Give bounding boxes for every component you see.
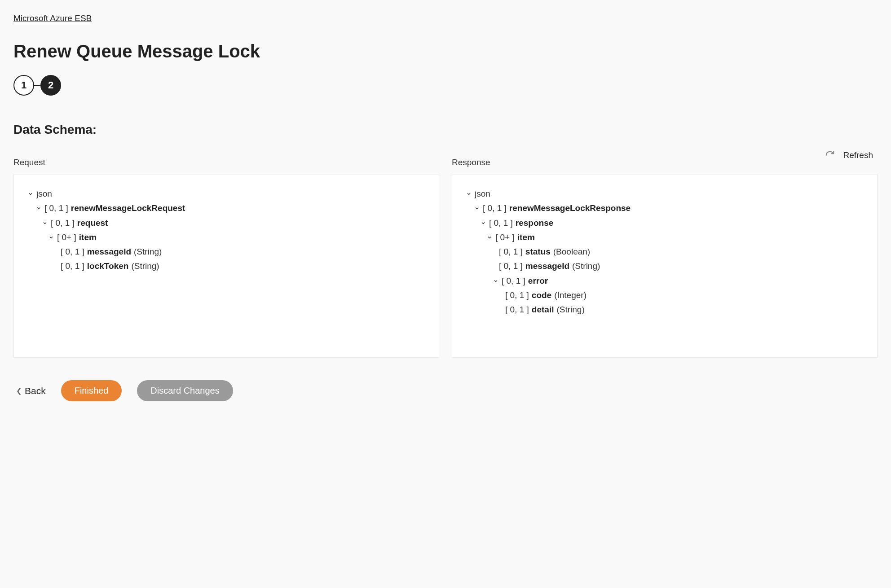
tree-node-request[interactable]: [ 0, 1 ] request: [27, 216, 425, 230]
back-label: Back: [25, 386, 46, 396]
tree-node-item[interactable]: [ 0+ ] item: [27, 230, 425, 245]
chevron-down-icon[interactable]: [48, 230, 54, 245]
finished-button[interactable]: Finished: [61, 380, 122, 401]
tree-node-label: renewMessageLockRequest: [71, 201, 185, 215]
chevron-down-icon[interactable]: [42, 216, 48, 230]
tree-node-label: item: [517, 230, 535, 245]
tree-node-label: messageId: [87, 245, 131, 259]
page-title: Renew Queue Message Lock: [13, 41, 878, 61]
tree-leaf-detail[interactable]: [ 0, 1 ] detail (String): [466, 303, 864, 317]
section-heading: Data Schema:: [13, 123, 878, 137]
request-panel-label: Request: [13, 158, 439, 167]
tree-node-type: (String): [556, 303, 584, 317]
request-panel: json [ 0, 1 ] renewMessageLockRequest [ …: [13, 175, 439, 358]
cardinality: [ 0+ ]: [57, 230, 76, 245]
cardinality: [ 0, 1 ]: [61, 259, 84, 273]
chevron-down-icon[interactable]: [493, 274, 499, 288]
tree-node-type: (Boolean): [553, 245, 590, 259]
cardinality: [ 0, 1 ]: [502, 274, 525, 288]
tree-node-renew-request[interactable]: [ 0, 1 ] renewMessageLockRequest: [27, 201, 425, 215]
tree-leaf-code[interactable]: [ 0, 1 ] code (Integer): [466, 288, 864, 303]
cardinality: [ 0, 1 ]: [489, 216, 513, 230]
chevron-down-icon[interactable]: [486, 230, 493, 245]
chevron-down-icon[interactable]: [35, 201, 42, 215]
tree-node-label: json: [475, 187, 490, 201]
stepper: 1 2: [13, 75, 878, 96]
back-button[interactable]: ❮ Back: [16, 386, 46, 396]
tree-leaf-lockToken[interactable]: [ 0, 1 ] lockToken (String): [27, 259, 425, 273]
chevron-down-icon[interactable]: [466, 187, 472, 201]
tree-node-label: json: [36, 187, 52, 201]
tree-node-type: (String): [134, 245, 162, 259]
cardinality: [ 0, 1 ]: [483, 201, 507, 215]
cardinality: [ 0, 1 ]: [499, 245, 523, 259]
chevron-down-icon[interactable]: [27, 187, 34, 201]
tree-node-json[interactable]: json: [466, 187, 864, 201]
discard-button[interactable]: Discard Changes: [137, 380, 233, 401]
chevron-down-icon[interactable]: [480, 216, 486, 230]
chevron-left-icon: ❮: [16, 387, 22, 395]
response-panel-label: Response: [452, 158, 878, 167]
cardinality: [ 0, 1 ]: [44, 201, 68, 215]
tree-node-label: detail: [532, 303, 554, 317]
tree-node-label: error: [528, 274, 548, 288]
response-panel: json [ 0, 1 ] renewMessageLockResponse […: [452, 175, 878, 358]
cardinality: [ 0, 1 ]: [51, 216, 75, 230]
cardinality: [ 0, 1 ]: [61, 245, 84, 259]
breadcrumb[interactable]: Microsoft Azure ESB: [13, 13, 92, 23]
tree-leaf-messageId[interactable]: [ 0, 1 ] messageId (String): [27, 245, 425, 259]
tree-node-renew-response[interactable]: [ 0, 1 ] renewMessageLockResponse: [466, 201, 864, 215]
cardinality: [ 0, 1 ]: [499, 259, 523, 273]
tree-node-item[interactable]: [ 0+ ] item: [466, 230, 864, 245]
tree-node-type: (String): [572, 259, 600, 273]
tree-node-label: response: [516, 216, 553, 230]
tree-leaf-status[interactable]: [ 0, 1 ] status (Boolean): [466, 245, 864, 259]
tree-node-label: messageId: [525, 259, 569, 273]
chevron-down-icon[interactable]: [474, 201, 480, 215]
tree-node-error[interactable]: [ 0, 1 ] error: [466, 274, 864, 288]
cardinality: [ 0, 1 ]: [505, 303, 529, 317]
step-connector: [34, 85, 40, 86]
tree-node-label: item: [79, 230, 97, 245]
step-1[interactable]: 1: [13, 75, 34, 96]
tree-node-response[interactable]: [ 0, 1 ] response: [466, 216, 864, 230]
tree-node-label: status: [525, 245, 551, 259]
cardinality: [ 0+ ]: [495, 230, 515, 245]
tree-leaf-messageId[interactable]: [ 0, 1 ] messageId (String): [466, 259, 864, 273]
step-2[interactable]: 2: [40, 75, 61, 96]
tree-node-type: (String): [131, 259, 159, 273]
tree-node-type: (Integer): [554, 288, 587, 303]
cardinality: [ 0, 1 ]: [505, 288, 529, 303]
tree-node-json[interactable]: json: [27, 187, 425, 201]
tree-node-label: request: [77, 216, 108, 230]
tree-node-label: code: [532, 288, 551, 303]
tree-node-label: lockToken: [87, 259, 129, 273]
tree-node-label: renewMessageLockResponse: [509, 201, 631, 215]
